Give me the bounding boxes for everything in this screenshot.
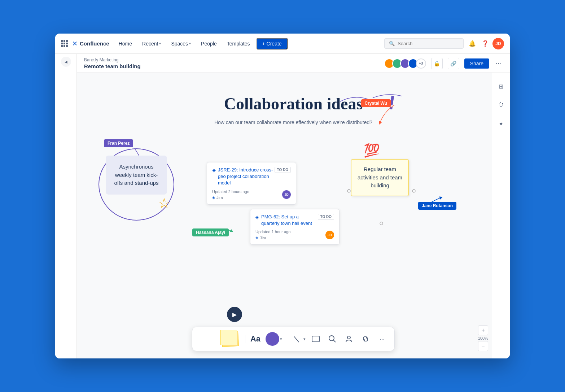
whiteboard-canvas[interactable]: Collaboration ideas ! How can our team c… <box>77 73 510 358</box>
search-tool[interactable] <box>326 332 339 345</box>
jira-icon-2: ◈ <box>255 214 259 227</box>
app-window: ✕ Confluence Home Recent ▾ Spaces ▾ Peop… <box>55 34 510 358</box>
whiteboard-title: Collaboration ideas <box>224 94 363 113</box>
share-button[interactable]: Share <box>464 58 489 69</box>
spaces-dropdown-icon: ▾ <box>189 42 191 45</box>
text-aa-label: Aa <box>250 334 260 344</box>
search-box[interactable]: 🔍 <box>384 38 464 49</box>
search-input[interactable] <box>398 41 459 46</box>
svg-point-0 <box>347 190 350 192</box>
collaborators-group: +3 <box>384 58 426 69</box>
sparkle-icon-button[interactable]: ✦ <box>495 117 508 130</box>
zoom-out-button[interactable]: − <box>478 341 488 351</box>
rectangle-icon <box>312 336 320 342</box>
right-sidebar: ⊞ ⏱ ✦ <box>492 73 510 358</box>
toolbar-divider-1 <box>245 335 245 343</box>
zoom-in-button[interactable]: + <box>478 325 488 335</box>
color-circle[interactable] <box>266 332 279 346</box>
hundred-emoji: 💯 <box>364 143 380 158</box>
jira-card-2[interactable]: ◈ PMG-62: Set up a quarterly town hall e… <box>250 209 340 245</box>
page-area: Banc.ly Marketing Remote team building +… <box>77 54 510 358</box>
crystal-wu-label: Crystal Wu <box>361 99 391 107</box>
confluence-logo-text: Confluence <box>80 40 109 47</box>
blue-sticky-note[interactable]: Asynchronous weekly team kick-offs and s… <box>106 156 167 195</box>
content-area: ◀ Banc.ly Marketing Remote team building… <box>55 54 510 358</box>
person-icon <box>345 335 353 343</box>
create-button[interactable]: + Create <box>257 38 288 49</box>
fran-perez-label: Fran Perez <box>104 139 133 147</box>
sticky-notes-tool[interactable] <box>218 330 240 348</box>
shape-dropdown-arrow[interactable]: ▾ <box>280 337 282 341</box>
jira-card-2-avatar: JD <box>325 231 334 239</box>
confluence-logo[interactable]: ✕ Confluence <box>72 40 109 48</box>
text-tool[interactable]: Aa <box>249 332 262 345</box>
hassana-label: Hassana Ajayi <box>192 228 229 236</box>
nav-icons-group: 🔔 ❓ JD <box>467 38 504 49</box>
link-icon-button[interactable]: 🔗 <box>448 58 459 69</box>
table-icon-button[interactable]: ⊞ <box>495 80 508 93</box>
whiteboard-subtitle: How can our team collaborate more effect… <box>214 119 372 125</box>
more-options-button[interactable]: ··· <box>494 58 503 69</box>
jira-icon-1: ◈ <box>212 167 216 187</box>
shape-fill-tool[interactable]: ▾ <box>266 332 282 346</box>
page-header: Banc.ly Marketing Remote team building +… <box>77 54 510 73</box>
jira-card-1-avatar: JD <box>282 190 291 199</box>
nav-templates[interactable]: Templates <box>223 39 254 49</box>
sidebar-toggle-button[interactable]: ◀ <box>61 57 71 67</box>
nav-people[interactable]: People <box>197 39 220 49</box>
navbar: ✕ Confluence Home Recent ▾ Spaces ▾ Peop… <box>55 34 510 54</box>
line-icon: | <box>287 330 306 348</box>
play-button[interactable]: ▶ <box>227 307 242 322</box>
jira-card-1[interactable]: ◈ JSRE-29: Introduce cross-geo project c… <box>207 162 296 205</box>
confluence-logo-icon: ✕ <box>72 40 78 48</box>
left-sidebar: ◀ <box>55 54 77 358</box>
user-avatar-nav[interactable]: JD <box>492 38 504 49</box>
help-icon[interactable]: ❓ <box>479 38 491 49</box>
yellow-sticky-note[interactable]: Regular team activities and team buildin… <box>351 159 409 196</box>
bottom-toolbar: ▶ Aa ▾ <box>192 327 395 351</box>
svg-point-1 <box>412 190 415 192</box>
timer-icon-button[interactable]: ⏱ <box>495 99 508 112</box>
nav-home[interactable]: Home <box>115 39 136 49</box>
more-tools-button[interactable]: ··· <box>376 332 389 345</box>
recent-dropdown-icon: ▾ <box>159 42 161 45</box>
svg-rect-3 <box>312 336 319 342</box>
lock-icon-button[interactable]: 🔒 <box>431 58 443 69</box>
breadcrumb-parent[interactable]: Banc.ly Marketing <box>84 57 141 62</box>
link-canvas-icon <box>362 335 369 343</box>
nav-spaces[interactable]: Spaces ▾ <box>167 39 194 49</box>
page-title: Remote team building <box>84 63 141 69</box>
collab-extra-count: +3 <box>416 58 426 69</box>
jira-source-icon-1: ◈ <box>212 195 215 200</box>
jira-source-icon-2: ◈ <box>255 235 258 240</box>
svg-point-6 <box>347 336 350 339</box>
svg-point-4 <box>329 336 334 341</box>
toolbar-divider-2 <box>286 335 286 343</box>
avatar-tool[interactable] <box>342 332 355 345</box>
zoom-controls: + 100% − <box>478 325 488 351</box>
jane-label: Jane Rotanson <box>418 202 456 210</box>
star-decoration: ☆ <box>158 195 170 211</box>
grid-menu-icon[interactable] <box>61 40 68 47</box>
line-tool[interactable]: | ▾ <box>290 332 306 345</box>
notifications-icon[interactable]: 🔔 <box>467 38 478 49</box>
link-tool[interactable] <box>359 332 372 345</box>
rectangle-tool[interactable] <box>309 332 322 345</box>
zoom-level-label: 100% <box>478 336 488 340</box>
nav-recent[interactable]: Recent ▾ <box>139 39 165 49</box>
search-icon: 🔍 <box>389 41 395 46</box>
svg-point-2 <box>380 222 383 225</box>
search-canvas-icon <box>328 335 336 343</box>
svg-line-5 <box>333 340 336 342</box>
